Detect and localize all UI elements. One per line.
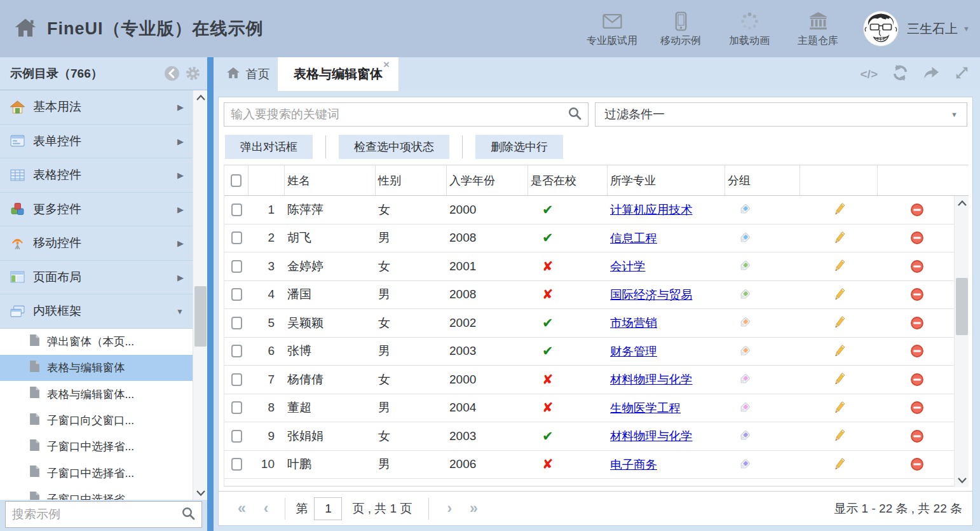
sidebar-group-item[interactable]: 内联框架 ▼ — [0, 294, 193, 329]
tag-icon[interactable] — [738, 373, 751, 386]
gear-icon[interactable] — [185, 66, 201, 81]
row-checkbox[interactable] — [231, 345, 242, 357]
user-menu[interactable]: 三生石上 ▼ — [907, 20, 970, 38]
major-link[interactable]: 财务管理 — [610, 343, 657, 359]
row-checkbox[interactable] — [231, 458, 242, 471]
major-link[interactable]: 管理学 — [610, 485, 646, 486]
filter-dropdown[interactable]: 过滤条件一 ▼ — [595, 102, 967, 127]
prev-page-button[interactable]: ‹ — [264, 501, 269, 516]
toolbar-button[interactable]: 检查选中项状态 — [339, 135, 449, 159]
sidebar-child-item[interactable]: 表格与编辑窗体 — [0, 355, 193, 381]
tab-home[interactable]: 首页 — [219, 57, 276, 91]
scrollbar-thumb[interactable] — [956, 278, 968, 335]
table-row[interactable]: 8 董超 男 2004 ✘ 生物医学工程 — [224, 394, 969, 423]
tag-icon[interactable] — [738, 288, 751, 301]
major-link[interactable]: 材料物理与化学 — [610, 371, 693, 387]
expand-icon[interactable] — [954, 65, 970, 83]
search-icon[interactable] — [181, 506, 195, 523]
edit-pencil-icon[interactable] — [833, 202, 846, 217]
tag-icon[interactable] — [738, 429, 751, 443]
edit-pencil-icon[interactable] — [833, 231, 846, 245]
edit-pencil-icon[interactable] — [833, 457, 846, 472]
row-checkbox[interactable] — [231, 373, 242, 386]
major-link[interactable]: 市场营销 — [610, 315, 657, 331]
tag-icon[interactable] — [738, 458, 751, 471]
row-checkbox[interactable] — [231, 430, 242, 443]
delete-icon[interactable] — [910, 231, 924, 245]
scroll-up-icon[interactable] — [955, 196, 969, 210]
major-link[interactable]: 国际经济与贸易 — [610, 287, 693, 303]
sidebar-group-item[interactable]: 基本用法 ▶ — [0, 90, 193, 125]
delete-icon[interactable] — [910, 457, 924, 471]
table-row[interactable]: 9 张娟娟 女 2003 ✔ 材料物理与化学 — [224, 422, 969, 451]
tag-icon[interactable] — [738, 203, 751, 216]
sidebar-group-item[interactable]: 页面布局 ▶ — [0, 261, 193, 295]
sidebar-search-input[interactable] — [12, 507, 181, 521]
row-checkbox[interactable] — [231, 203, 242, 216]
select-all-checkbox[interactable] — [231, 174, 242, 187]
major-link[interactable]: 电子商务 — [610, 457, 657, 472]
table-row[interactable]: 2 胡飞 男 2008 ✔ 信息工程 — [224, 224, 969, 253]
edit-pencil-icon[interactable] — [833, 259, 846, 273]
sidebar-group-item[interactable]: 表格控件 ▶ — [0, 158, 193, 193]
keyword-search-input[interactable] — [231, 107, 568, 121]
sidebar-child-item[interactable]: 表格与编辑窗体... — [0, 381, 193, 407]
delete-icon[interactable] — [910, 373, 924, 387]
major-link[interactable]: 会计学 — [610, 258, 646, 274]
row-checkbox[interactable] — [231, 231, 242, 244]
header-action[interactable]: 主题仓库 — [784, 10, 852, 48]
sidebar-group-item[interactable]: 表单控件 ▶ — [0, 125, 193, 159]
edit-pencil-icon[interactable] — [833, 315, 846, 330]
scroll-down-icon[interactable] — [193, 486, 208, 500]
first-page-button[interactable]: « — [238, 501, 246, 516]
sidebar-child-item[interactable]: 子窗口向父窗口... — [0, 407, 193, 433]
tag-icon[interactable] — [738, 401, 751, 415]
header-action[interactable]: 移动示例 — [646, 10, 715, 48]
sidebar-scrollbar[interactable] — [193, 90, 207, 500]
edit-pencil-icon[interactable] — [833, 372, 846, 387]
major-link[interactable]: 材料物理与化学 — [610, 428, 693, 444]
row-checkbox[interactable] — [231, 288, 242, 301]
major-link[interactable]: 计算机应用技术 — [610, 202, 693, 217]
delete-icon[interactable] — [910, 203, 924, 217]
search-icon[interactable] — [568, 106, 582, 123]
close-icon[interactable]: × — [383, 59, 390, 71]
scroll-down-icon[interactable] — [955, 473, 969, 487]
row-checkbox[interactable] — [231, 260, 242, 273]
row-checkbox[interactable] — [231, 401, 242, 414]
page-number-input[interactable] — [314, 497, 342, 520]
tag-icon[interactable] — [738, 231, 751, 245]
table-row[interactable]: 5 吴颖颖 女 2002 ✔ 市场营销 — [224, 309, 969, 338]
sidebar-splitter[interactable] — [207, 57, 214, 531]
header-action[interactable]: 专业版试用 — [578, 10, 646, 48]
delete-icon[interactable] — [910, 287, 924, 301]
major-link[interactable]: 生物医学工程 — [610, 400, 681, 416]
share-icon[interactable] — [923, 66, 940, 83]
sidebar-child-item[interactable]: 弹出窗体（本页... — [0, 329, 193, 355]
tag-icon[interactable] — [738, 316, 751, 329]
delete-icon[interactable] — [910, 316, 924, 330]
table-row[interactable]: 10 叶鹏 男 2006 ✘ 电子商务 — [224, 451, 969, 479]
edit-pencil-icon[interactable] — [833, 429, 846, 443]
toolbar-button[interactable]: 弹出对话框 — [225, 135, 313, 159]
table-row[interactable]: 11 叶晓晓 女 2002 ✔ 管理学 — [224, 479, 969, 486]
sidebar-group-item[interactable]: 更多控件 ▶ — [0, 193, 193, 227]
major-link[interactable]: 信息工程 — [610, 230, 657, 246]
delete-icon[interactable] — [910, 259, 924, 273]
toolbar-button[interactable]: 删除选中行 — [475, 135, 563, 159]
last-page-button[interactable]: » — [470, 501, 478, 516]
table-row[interactable]: 3 金婷婷 女 2001 ✘ 会计学 — [224, 252, 969, 281]
scroll-up-icon[interactable] — [193, 90, 208, 104]
next-page-button[interactable]: › — [447, 501, 452, 516]
delete-icon[interactable] — [910, 429, 924, 443]
sidebar-group-item[interactable]: 移动控件 ▶ — [0, 226, 193, 261]
sidebar-child-item[interactable]: 子窗口中选择省 — [0, 486, 193, 500]
tag-icon[interactable] — [738, 345, 751, 358]
collapse-circle-icon[interactable] — [164, 66, 180, 81]
sidebar-child-item[interactable]: 子窗口中选择省... — [0, 460, 193, 486]
delete-icon[interactable] — [910, 344, 924, 358]
row-checkbox[interactable] — [231, 317, 242, 329]
refresh-icon[interactable] — [892, 64, 909, 84]
edit-pencil-icon[interactable] — [833, 287, 846, 302]
table-row[interactable]: 7 杨倩倩 女 2000 ✘ 材料物理与化学 — [224, 366, 969, 394]
